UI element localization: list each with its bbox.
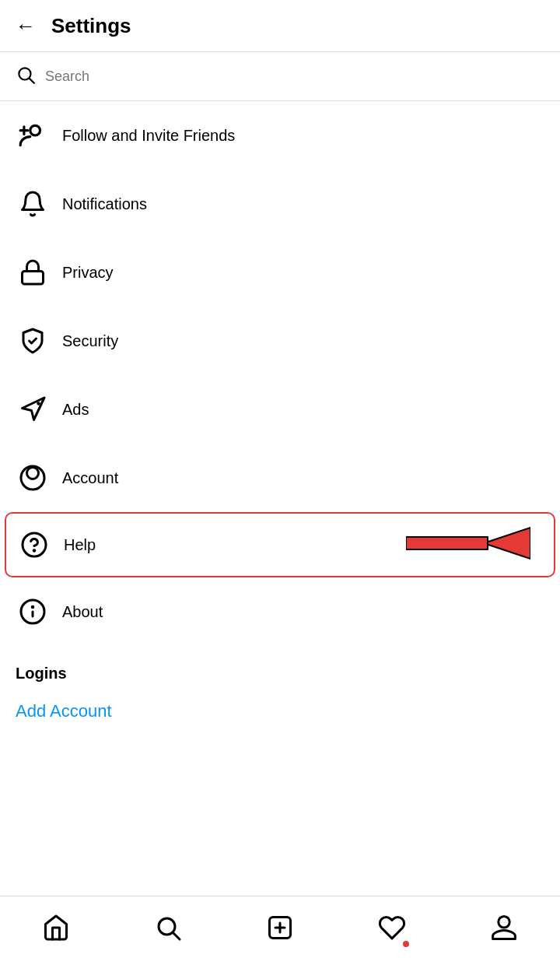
- header: ← Settings: [0, 0, 560, 52]
- account-label: Account: [62, 469, 118, 487]
- logins-section: Logins Add Account: [0, 646, 560, 732]
- home-icon: [42, 914, 70, 942]
- profile-icon: [490, 914, 518, 942]
- help-label: Help: [64, 536, 96, 554]
- search-nav-icon: [154, 914, 182, 942]
- logins-header: Logins: [0, 646, 560, 690]
- svg-point-2: [30, 125, 40, 135]
- notifications-label: Notifications: [62, 195, 147, 213]
- menu-item-notifications[interactable]: Notifications: [0, 170, 560, 238]
- menu-item-follow[interactable]: Follow and Invite Friends: [0, 101, 560, 170]
- svg-line-18: [173, 932, 180, 939]
- nav-search[interactable]: [112, 897, 224, 958]
- menu-item-security[interactable]: Security: [0, 307, 560, 375]
- settings-menu: Follow and Invite Friends Notifications …: [0, 101, 560, 646]
- account-icon: [16, 461, 50, 495]
- ads-label: Ads: [62, 401, 89, 419]
- security-label: Security: [62, 332, 118, 350]
- ads-icon: [16, 392, 50, 426]
- nav-home[interactable]: [0, 897, 112, 958]
- menu-item-help[interactable]: Help: [5, 512, 555, 577]
- back-button[interactable]: ←: [16, 12, 42, 39]
- add-account-label: Add Account: [16, 701, 112, 721]
- menu-item-account[interactable]: Account: [0, 444, 560, 512]
- search-input[interactable]: [45, 68, 544, 85]
- nav-profile[interactable]: [448, 897, 560, 958]
- menu-item-about[interactable]: About: [0, 577, 560, 646]
- menu-item-ads[interactable]: Ads: [0, 375, 560, 444]
- search-bar: [0, 52, 560, 101]
- lock-icon: [16, 255, 50, 290]
- svg-marker-12: [484, 528, 530, 559]
- search-icon: [16, 65, 36, 88]
- add-icon: [266, 914, 294, 942]
- svg-rect-13: [406, 537, 488, 549]
- back-arrow-icon: ←: [16, 14, 36, 37]
- svg-line-1: [30, 79, 34, 83]
- page-title: Settings: [51, 14, 131, 38]
- bell-icon: [16, 187, 50, 221]
- nav-add[interactable]: [224, 897, 336, 958]
- activity-dot: [403, 941, 409, 947]
- follow-label: Follow and Invite Friends: [62, 127, 235, 145]
- follow-icon: [16, 118, 50, 153]
- add-account-item[interactable]: Add Account: [0, 690, 560, 732]
- svg-point-7: [27, 468, 39, 479]
- nav-activity[interactable]: [336, 897, 448, 958]
- about-label: About: [62, 603, 103, 621]
- arrow-annotation: [406, 520, 530, 570]
- help-icon: [17, 528, 51, 562]
- bottom-nav: [0, 896, 560, 958]
- about-icon: [16, 595, 50, 629]
- security-icon: [16, 324, 50, 358]
- menu-item-privacy[interactable]: Privacy: [0, 238, 560, 307]
- svg-rect-5: [23, 272, 44, 285]
- privacy-label: Privacy: [62, 264, 114, 282]
- heart-icon: [378, 914, 406, 942]
